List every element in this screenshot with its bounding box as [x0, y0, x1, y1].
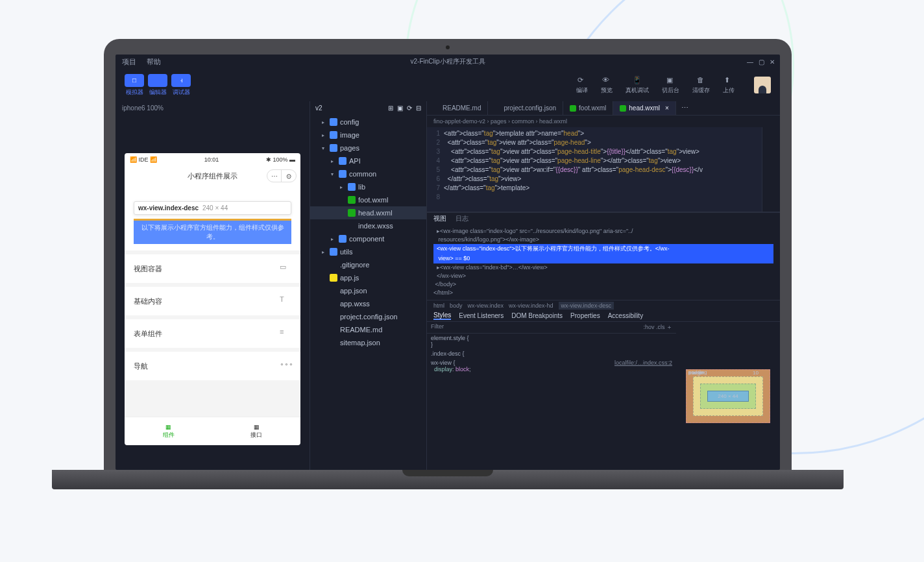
- tree-node[interactable]: app.js: [310, 271, 426, 284]
- capsule-close-icon[interactable]: ⊙: [282, 170, 296, 182]
- tree-node[interactable]: app.wxss: [310, 297, 426, 310]
- tree-node[interactable]: ▸utils: [310, 245, 426, 258]
- tree-node[interactable]: index.wxss: [310, 219, 426, 232]
- tree-node[interactable]: ▸component: [310, 232, 426, 245]
- menu-item[interactable]: 导航∘∘∘: [125, 352, 300, 380]
- action-编译[interactable]: ⟳编译: [576, 76, 588, 95]
- dom-crumb[interactable]: wx-view.index: [468, 302, 504, 309]
- tree-node[interactable]: head.wxml: [310, 206, 426, 219]
- collapse-icon[interactable]: ⊟: [416, 104, 421, 112]
- status-signal: 📶 IDE 📶: [130, 156, 157, 163]
- action-上传[interactable]: ⬆上传: [723, 76, 735, 95]
- tab-overflow-icon[interactable]: ⋯: [676, 101, 694, 115]
- tree-node[interactable]: project.config.json: [310, 310, 426, 323]
- action-切后台[interactable]: ▣切后台: [662, 76, 679, 95]
- action-清缓存[interactable]: 🗑清缓存: [692, 76, 710, 95]
- inspector-tab[interactable]: Properties: [570, 312, 600, 319]
- new-folder-icon[interactable]: ▣: [397, 104, 403, 112]
- dom-crumb[interactable]: wx-view.index-desc: [559, 302, 614, 310]
- devtool-tab-log[interactable]: 日志: [456, 214, 468, 223]
- capsule-menu-icon[interactable]: ⋯: [267, 170, 282, 182]
- editor-tab[interactable]: foot.wxml: [563, 101, 613, 115]
- dom-breadcrumb[interactable]: htmlbodywx-view.indexwx-view.index-hdwx-…: [427, 300, 780, 310]
- tree-node[interactable]: ▾pages: [310, 141, 426, 154]
- tabbar-item[interactable]: ▦接口: [213, 417, 301, 445]
- tree-node[interactable]: ▸API: [310, 154, 426, 167]
- action-预览[interactable]: 👁预览: [601, 76, 613, 95]
- menu-item[interactable]: 基础内容T: [125, 287, 300, 315]
- inspector-tab[interactable]: Accessibility: [608, 312, 643, 319]
- app-title: 小程序组件展示: [188, 171, 237, 181]
- tree-node[interactable]: .gitignore: [310, 258, 426, 271]
- menu-item[interactable]: 视图容器▭: [125, 254, 300, 283]
- device-label[interactable]: iphone6 100%: [116, 101, 310, 114]
- menu-help[interactable]: 帮助: [147, 57, 161, 67]
- highlighted-element: 以下将展示小程序官方组件能力，组件样式仅供参考。: [134, 219, 291, 244]
- pill-1[interactable]: [148, 74, 167, 87]
- minimap[interactable]: [762, 127, 780, 212]
- styles-panel[interactable]: Filter :hov .cls ＋ element.style {}.inde…: [427, 322, 676, 470]
- avatar[interactable]: [754, 77, 771, 93]
- dom-crumb[interactable]: wx-view.index-hd: [509, 302, 553, 309]
- editor-tab[interactable]: head.wxml×: [613, 101, 676, 115]
- ide-screen: 项目 帮助 v2-FinClip小程序开发工具 — ▢ ✕ □模拟器编辑器⫞调试…: [116, 55, 780, 470]
- action-真机调试[interactable]: 📱真机调试: [626, 76, 649, 95]
- tree-node[interactable]: sitemap.json: [310, 336, 426, 349]
- devtool-tab-view[interactable]: 视图: [433, 214, 446, 223]
- top-toolbar: □模拟器编辑器⫞调试器 ⟳编译👁预览📱真机调试▣切后台🗑清缓存⬆上传: [116, 69, 780, 101]
- project-root[interactable]: v2: [315, 104, 322, 112]
- dom-tree[interactable]: ▸<wx-image class="index-logo" src="../re…: [427, 225, 780, 300]
- refresh-icon[interactable]: ⟳: [407, 104, 412, 112]
- editor-tab[interactable]: README.md: [427, 101, 488, 115]
- dom-crumb[interactable]: html: [433, 302, 444, 309]
- dom-crumb[interactable]: body: [450, 302, 463, 309]
- window-title: v2-FinClip小程序开发工具: [410, 57, 485, 66]
- tree-node[interactable]: ▸config: [310, 116, 426, 128]
- breadcrumb[interactable]: fino-applet-demo-v2 › pages › common › h…: [427, 116, 780, 127]
- status-time: 10:01: [204, 156, 219, 163]
- box-model: margin 10 border padding 240 × 44: [676, 322, 780, 470]
- filter-actions[interactable]: :hov .cls ＋: [643, 323, 672, 332]
- pill-2[interactable]: ⫞: [171, 74, 191, 87]
- tree-node[interactable]: app.json: [310, 284, 426, 297]
- editor-tab[interactable]: project.config.json: [488, 101, 563, 115]
- new-file-icon[interactable]: ⊞: [388, 104, 393, 112]
- tabbar-item[interactable]: ▦组件: [125, 417, 213, 445]
- filter-input[interactable]: Filter: [431, 323, 444, 332]
- devtools: 视图 日志 ▸<wx-image class="index-logo" src=…: [427, 212, 780, 470]
- maximize-icon[interactable]: ▢: [759, 58, 764, 66]
- pill-0[interactable]: □: [125, 74, 144, 87]
- tab-close-icon[interactable]: ×: [665, 104, 669, 112]
- status-battery: ✱ 100% ▬: [266, 156, 295, 163]
- laptop-frame: 项目 帮助 v2-FinClip小程序开发工具 — ▢ ✕ □模拟器编辑器⫞调试…: [104, 39, 792, 489]
- minimize-icon[interactable]: —: [747, 58, 753, 66]
- inspect-tooltip: wx-view.index-desc 240 × 44: [134, 201, 291, 215]
- file-explorer: v2 ⊞ ▣ ⟳ ⊟ ▸config▸image▾pages▸API▾commo…: [310, 101, 427, 470]
- tree-node[interactable]: ▸image: [310, 128, 426, 141]
- menubar: 项目 帮助 v2-FinClip小程序开发工具 — ▢ ✕: [116, 55, 780, 69]
- code-editor[interactable]: 12345678 <attr">class="tag">template att…: [427, 127, 780, 212]
- editor-panel: README.mdproject.config.jsonfoot.wxmlhea…: [427, 101, 780, 470]
- capsule[interactable]: ⋯ ⊙: [267, 169, 297, 182]
- inspector-tab[interactable]: Styles: [433, 312, 451, 320]
- inspector-tab[interactable]: DOM Breakpoints: [511, 312, 563, 319]
- tree-node[interactable]: ▸lib: [310, 180, 426, 193]
- tree-node[interactable]: ▾common: [310, 167, 426, 180]
- menu-project[interactable]: 项目: [122, 57, 136, 67]
- device-preview: 📶 IDE 📶 10:01 ✱ 100% ▬ 小程序组件展示 ⋯ ⊙: [125, 153, 300, 445]
- close-icon[interactable]: ✕: [770, 58, 775, 66]
- simulator-panel: iphone6 100% 📶 IDE 📶 10:01 ✱ 100% ▬ 小程序组…: [116, 101, 310, 470]
- tree-node[interactable]: foot.wxml: [310, 193, 426, 206]
- tree-node[interactable]: README.md: [310, 323, 426, 336]
- inspector-tab[interactable]: Event Listeners: [459, 312, 504, 319]
- menu-item[interactable]: 表单组件≡: [125, 319, 300, 348]
